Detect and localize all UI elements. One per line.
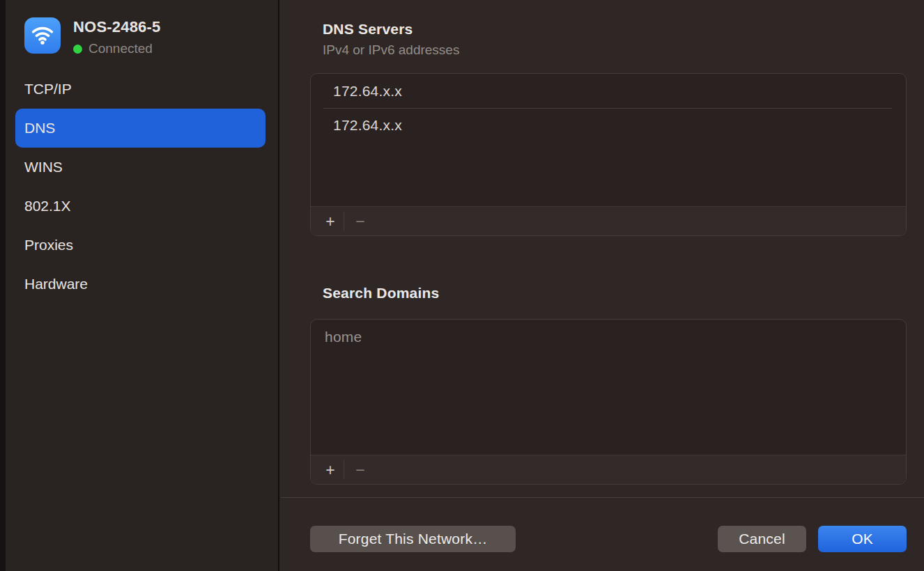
dns-server-entry[interactable]: 172.64.x.x: [311, 75, 906, 108]
footer-divider: [344, 460, 344, 479]
network-status: Connected: [73, 41, 161, 56]
sidebar-item-wins[interactable]: WINS: [15, 148, 265, 187]
wifi-icon: [24, 17, 61, 54]
sidebar-item-dns[interactable]: DNS: [15, 109, 265, 148]
footer-divider: [344, 212, 344, 230]
network-details-sidebar: NOS-2486-5 Connected TCP/IP DNS WINS 802…: [6, 0, 279, 571]
network-header: NOS-2486-5 Connected: [24, 17, 161, 56]
dns-server-entry[interactable]: 172.64.x.x: [311, 109, 906, 142]
dns-servers-list-footer: + −: [311, 206, 906, 235]
settings-nav: TCP/IP DNS WINS 802.1X Proxies Hardware: [15, 70, 265, 304]
cancel-button[interactable]: Cancel: [718, 526, 806, 552]
sidebar-item-8021x[interactable]: 802.1X: [15, 187, 265, 226]
sidebar-item-label: TCP/IP: [24, 81, 72, 97]
remove-search-domain-button[interactable]: −: [349, 459, 371, 481]
dns-servers-title: DNS Servers: [323, 21, 413, 38]
search-domains-list: home + −: [310, 319, 907, 485]
sidebar-item-proxies[interactable]: Proxies: [15, 226, 265, 265]
dialog-button-bar: Forget This Network… Cancel OK: [310, 526, 907, 552]
search-domains-list-footer: + −: [311, 455, 906, 484]
add-dns-server-button[interactable]: +: [319, 210, 341, 233]
remove-dns-server-button[interactable]: −: [349, 210, 371, 233]
connected-dot-icon: [73, 45, 82, 54]
sidebar-item-label: 802.1X: [24, 198, 71, 214]
search-domains-title: Search Domains: [323, 285, 439, 302]
forget-network-button[interactable]: Forget This Network…: [310, 526, 516, 552]
add-search-domain-button[interactable]: +: [319, 459, 341, 481]
ok-button[interactable]: OK: [818, 526, 907, 552]
network-meta: NOS-2486-5 Connected: [73, 17, 161, 56]
underlying-window-edge: [0, 0, 6, 571]
dns-servers-list: 172.64.x.x 172.64.x.x + −: [310, 73, 907, 236]
network-name: NOS-2486-5: [73, 18, 161, 36]
footer-separator: [281, 497, 924, 498]
connected-label: Connected: [88, 41, 153, 56]
sidebar-item-hardware[interactable]: Hardware: [15, 265, 265, 304]
dns-servers-subtitle: IPv4 or IPv6 addresses: [323, 42, 459, 58]
dns-pane: DNS Servers IPv4 or IPv6 addresses 172.6…: [281, 0, 924, 571]
sidebar-item-label: WINS: [24, 159, 63, 175]
sidebar-item-tcpip[interactable]: TCP/IP: [15, 70, 265, 109]
dns-servers-rows: 172.64.x.x 172.64.x.x: [311, 74, 906, 206]
sidebar-item-label: Hardware: [24, 276, 88, 292]
sidebar-item-label: Proxies: [24, 237, 73, 253]
sidebar-item-label: DNS: [24, 120, 55, 136]
search-domains-rows: home: [311, 320, 906, 455]
search-domain-entry[interactable]: home: [311, 320, 906, 354]
